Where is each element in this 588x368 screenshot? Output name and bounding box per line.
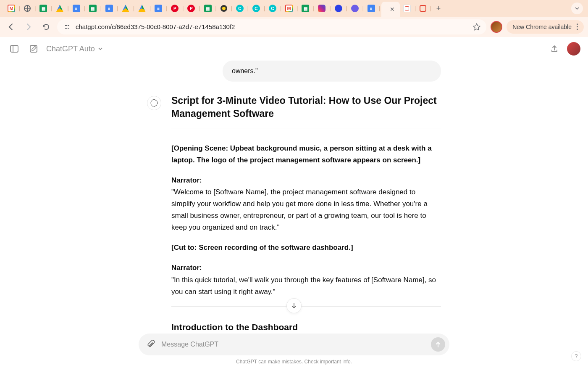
message-composer[interactable] <box>139 334 449 355</box>
tab-drive[interactable] <box>53 3 66 14</box>
new-tab-button[interactable]: + <box>433 3 444 14</box>
tab-separator: | <box>149 5 151 11</box>
arrow-right-icon <box>25 23 32 31</box>
send-button[interactable] <box>431 337 445 352</box>
browser-toolbar: chatgpt.com/c/66ed3375-00c0-8007-a2d7-e7… <box>0 17 588 37</box>
reload-icon <box>42 23 50 31</box>
tab-canva[interactable]: C <box>250 3 262 14</box>
tab-sheets[interactable]: ▦ <box>299 3 312 14</box>
chrome-update-label: New Chrome available <box>512 24 572 30</box>
tab-shortcut[interactable] <box>401 3 413 14</box>
scroll-to-bottom-button[interactable] <box>286 298 302 313</box>
edit-icon <box>29 44 38 53</box>
docs-icon: ≡ <box>73 5 80 12</box>
tab-pinterest[interactable]: P <box>185 3 197 14</box>
tab-insta[interactable] <box>315 3 328 14</box>
site-settings-icon[interactable] <box>63 23 71 31</box>
tab-separator: | <box>247 5 249 11</box>
tab-gmail[interactable] <box>5 3 18 14</box>
new-chat-button[interactable] <box>27 42 40 56</box>
tab-sheets[interactable]: ▦ <box>202 3 214 14</box>
user-message: owners." <box>223 61 441 82</box>
chat-main: owners." Script for 3-Minute Video Tutor… <box>0 61 588 368</box>
model-selector[interactable]: ChatGPT Auto <box>46 45 103 53</box>
tab-sheets[interactable]: ▦ <box>87 3 99 14</box>
chrome-profile-button[interactable] <box>491 21 502 33</box>
tab-hf[interactable] <box>218 3 230 13</box>
tab-separator: | <box>67 5 69 11</box>
narrator-block: Narrator: "Welcome to [Software Name], t… <box>171 175 441 233</box>
docs-icon: ≡ <box>368 5 375 12</box>
narrator-text: "In this quick tutorial, we'll walk you … <box>171 276 436 296</box>
tab-separator: | <box>312 5 315 11</box>
chat-container: owners." Script for 3-Minute Video Tutor… <box>139 61 449 368</box>
sheets-icon: ▦ <box>39 5 47 12</box>
chevron-down-icon <box>97 46 103 52</box>
todoist-icon <box>420 5 426 12</box>
tab-separator: | <box>198 5 200 11</box>
upload-icon <box>550 45 559 53</box>
tab-close-button[interactable]: ✕ <box>389 6 396 13</box>
tab-docs[interactable]: ≡ <box>103 3 116 14</box>
bookmark-button[interactable] <box>473 23 480 31</box>
attach-button[interactable] <box>145 339 157 350</box>
narrator-label: Narrator: <box>171 176 202 184</box>
tab-docs[interactable]: ≡ <box>365 3 378 14</box>
chrome-update-button[interactable]: New Chrome available <box>507 20 584 34</box>
model-name: ChatGPT Auto <box>46 45 95 53</box>
address-bar[interactable]: chatgpt.com/c/66ed3375-00c0-8007-a2d7-e7… <box>57 19 486 34</box>
scene-description: [Cut to: Screen recording of the softwar… <box>171 242 441 254</box>
tab-separator: | <box>133 5 135 11</box>
tab-search-button[interactable] <box>571 3 583 14</box>
docs-icon: ≡ <box>155 5 162 12</box>
help-button[interactable]: ? <box>571 351 581 361</box>
tab-chatgpt-active[interactable]: ✕ <box>381 2 400 17</box>
star-icon <box>473 23 480 31</box>
narrator-block: Narrator: "In this quick tutorial, we'll… <box>171 262 441 297</box>
back-button[interactable] <box>4 20 18 34</box>
tab-separator: | <box>231 5 233 11</box>
tab-canva[interactable]: C <box>266 3 279 14</box>
scene-description: [Opening Scene: Upbeat background music,… <box>171 143 441 166</box>
tab-globe[interactable] <box>21 3 33 13</box>
tab-separator: | <box>414 5 416 11</box>
sheets-icon: ▦ <box>302 5 309 12</box>
tab-docs[interactable]: ≡ <box>70 3 83 14</box>
chevron-down-icon <box>575 6 580 11</box>
tab-sheets[interactable]: ▦ <box>37 3 50 14</box>
forward-button[interactable] <box>22 20 35 34</box>
shortcut-icon <box>403 5 411 12</box>
tab-separator: | <box>116 5 118 11</box>
tab-separator: | <box>296 5 298 11</box>
reload-button[interactable] <box>39 20 53 34</box>
tab-purple[interactable] <box>349 3 361 14</box>
narrator-label: Narrator: <box>171 264 202 272</box>
tab-separator: | <box>50 5 52 11</box>
hf-icon <box>220 5 227 12</box>
drive-icon <box>138 5 146 12</box>
tab-todoist[interactable] <box>417 3 429 13</box>
url-text: chatgpt.com/c/66ed3375-00c0-8007-a2d7-e7… <box>76 23 235 30</box>
tab-drive[interactable] <box>136 3 148 14</box>
sidebar-toggle-button[interactable] <box>8 42 21 56</box>
kebab-menu-icon <box>577 24 578 30</box>
canva-icon: C <box>269 5 276 12</box>
tab-drive[interactable] <box>119 3 132 14</box>
share-button[interactable] <box>548 42 561 56</box>
arrow-down-icon <box>291 302 297 309</box>
gmail-icon <box>8 5 15 12</box>
tab-canva[interactable]: C <box>234 3 246 14</box>
disclaimer-text: ChatGPT can make mistakes. Check importa… <box>8 359 580 365</box>
user-avatar[interactable] <box>567 42 580 56</box>
tab-docs[interactable]: ≡ <box>152 3 165 14</box>
tab-pinterest[interactable]: P <box>168 3 181 14</box>
svg-rect-4 <box>10 45 18 52</box>
tab-separator: | <box>165 5 168 11</box>
tab-separator: | <box>18 5 21 11</box>
divider <box>171 129 441 129</box>
arrow-left-icon <box>7 23 15 31</box>
tab-blue[interactable] <box>332 3 345 14</box>
tab-separator: | <box>263 5 265 11</box>
message-input[interactable] <box>161 341 427 348</box>
tab-gmail[interactable] <box>283 3 295 14</box>
